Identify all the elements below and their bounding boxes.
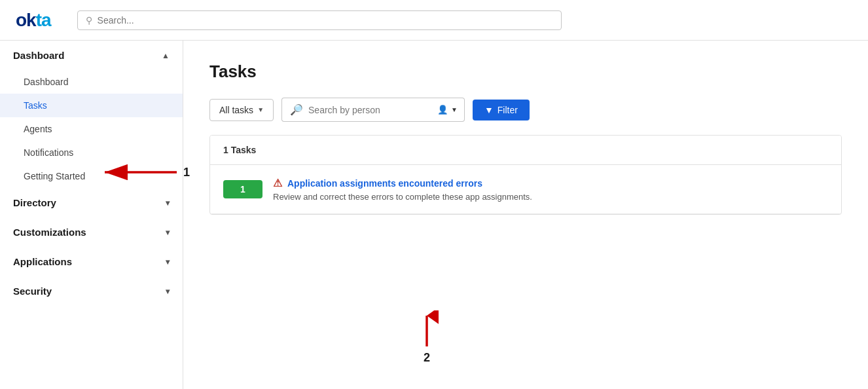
- sidebar-item-dashboard[interactable]: Dashboard: [0, 70, 183, 94]
- search-input[interactable]: [98, 15, 553, 26]
- nav-section-security-label: Security: [13, 286, 52, 297]
- search-person-input[interactable]: [308, 105, 423, 115]
- sidebar-item-getting-started[interactable]: Getting Started: [0, 164, 183, 188]
- task-title[interactable]: ⚠ Application assignments encountered er…: [273, 177, 532, 189]
- all-tasks-dropdown[interactable]: All tasks ▼: [209, 99, 274, 121]
- global-search[interactable]: ⚲: [77, 10, 562, 30]
- tasks-section: 1 Tasks 1 ⚠ Application assignments enco…: [209, 135, 842, 215]
- task-title-text: Application assignments encountered erro…: [287, 178, 482, 189]
- tasks-section-header: 1 Tasks: [210, 136, 841, 165]
- person-filter-button[interactable]: 👤 ▼: [431, 98, 465, 122]
- nav-section-applications: Applications ▾: [0, 247, 183, 276]
- app-layout: Dashboard ▲ Dashboard Tasks Agents Notif…: [0, 41, 868, 389]
- nav-section-customizations-label: Customizations: [13, 227, 86, 238]
- error-icon: ⚠: [273, 177, 282, 189]
- dropdown-caret-icon: ▼: [257, 106, 264, 113]
- annotation-arrow-2: 2: [415, 310, 439, 365]
- search-person-wrap: 🔎 👤 ▼: [281, 98, 465, 122]
- chevron-up-icon: ▲: [162, 51, 170, 60]
- chevron-down-icon: ▾: [166, 198, 170, 208]
- chevron-down-icon-2: ▾: [166, 228, 170, 237]
- nav-section-dashboard-header[interactable]: Dashboard ▲: [0, 41, 183, 70]
- nav-section-directory-header[interactable]: Directory ▾: [0, 188, 183, 217]
- person-icon: 👤: [437, 105, 448, 115]
- filter-bar: All tasks ▼ 🔎 👤 ▼ ▼ Filter: [209, 98, 842, 122]
- okta-logo: okta: [16, 10, 51, 31]
- main-content: Tasks All tasks ▼ 🔎 👤 ▼: [183, 41, 868, 236]
- sidebar-item-notifications[interactable]: Notifications: [0, 141, 183, 164]
- task-description: Review and correct these errors to compl…: [273, 192, 532, 202]
- nav-section-dashboard-label: Dashboard: [13, 50, 64, 61]
- table-row: 1 ⚠ Application assignments encountered …: [210, 165, 841, 214]
- chevron-down-icon-3: ▾: [166, 257, 170, 267]
- nav-section-security: Security ▾: [0, 276, 183, 306]
- sidebar-item-tasks[interactable]: Tasks: [0, 94, 183, 117]
- nav-section-directory: Directory ▾: [0, 188, 183, 217]
- search-icon: ⚲: [86, 15, 92, 26]
- nav-section-security-header[interactable]: Security ▾: [0, 276, 183, 306]
- nav-section-applications-header[interactable]: Applications ▾: [0, 247, 183, 276]
- nav-section-customizations: Customizations ▾: [0, 217, 183, 247]
- header: okta ⚲: [0, 0, 868, 41]
- person-btn-caret: ▼: [451, 106, 458, 113]
- nav-section-applications-label: Applications: [13, 256, 72, 267]
- main-content-wrap: Tasks All tasks ▼ 🔎 👤 ▼: [183, 41, 868, 389]
- filter-icon: ▼: [484, 105, 494, 115]
- task-count-badge: 1: [223, 180, 262, 198]
- sidebar: Dashboard ▲ Dashboard Tasks Agents Notif…: [0, 41, 183, 389]
- arrow-2-svg: [415, 310, 439, 350]
- chevron-down-icon-4: ▾: [166, 287, 170, 296]
- sidebar-item-agents[interactable]: Agents: [0, 117, 183, 141]
- filter-button[interactable]: ▼ Filter: [473, 100, 530, 120]
- annotation-2-label: 2: [424, 351, 430, 365]
- nav-section-dashboard: Dashboard ▲ Dashboard Tasks Agents Notif…: [0, 41, 183, 188]
- search-person-icon: 🔎: [290, 103, 303, 116]
- page-title: Tasks: [209, 62, 842, 82]
- filter-label: Filter: [497, 105, 518, 115]
- all-tasks-label: All tasks: [219, 105, 253, 115]
- task-info: ⚠ Application assignments encountered er…: [273, 177, 532, 202]
- nav-section-directory-label: Directory: [13, 197, 56, 208]
- nav-section-customizations-header[interactable]: Customizations ▾: [0, 217, 183, 247]
- search-person-input-wrap[interactable]: 🔎: [281, 98, 431, 122]
